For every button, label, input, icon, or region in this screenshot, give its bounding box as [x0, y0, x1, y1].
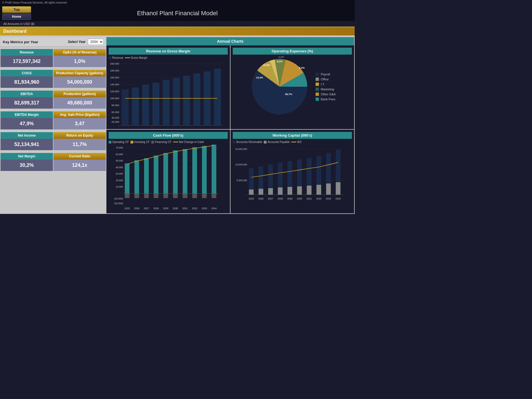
svg-text:10.000.000: 10.000.000 — [235, 163, 247, 166]
metric-label-left-2: EBITDA — [1, 91, 53, 97]
cashflow-legend: Operating CF Investing CF Financing CF N… — [109, 140, 228, 144]
svg-text:-: - — [118, 124, 119, 127]
svg-text:2027: 2027 — [268, 197, 273, 200]
metric-row-2: EBITDA82,699,317Production (gallons)49,6… — [1, 91, 106, 109]
svg-text:60.000: 60.000 — [111, 111, 119, 114]
metrics-title: Key Metrics per Year — [3, 40, 66, 44]
svg-rect-68 — [163, 153, 168, 193]
metric-label-right-1: Production Capacity (gallons) — [53, 70, 106, 76]
top-button[interactable]: Top — [2, 6, 31, 13]
nav-area: Top Home — [0, 5, 33, 21]
working-capital-legend: Accounts Receivable Accounts Payable WC — [233, 140, 352, 144]
metric-label-left-5: Net Margin — [1, 153, 53, 160]
metric-row-0: Revenue172,597,342OpEx (% of Revenue)1,0… — [1, 49, 106, 67]
svg-text:180.000: 180.000 — [110, 69, 119, 72]
gross-margin-legend-label: Gross Margin — [131, 56, 147, 59]
metric-cell-left-2: EBITDA82,699,317 — [1, 91, 53, 109]
svg-rect-125 — [278, 187, 283, 195]
svg-rect-92 — [202, 193, 207, 198]
svg-rect-84 — [125, 193, 129, 198]
metric-value-right-5: 124,1x — [53, 160, 106, 171]
metric-cell-right-4: Return on Equity11,7% — [53, 132, 106, 150]
left-panel: Key Metrics per Year Select Year 2034 20… — [1, 37, 106, 213]
svg-text:2029: 2029 — [287, 197, 293, 200]
metric-value-left-4: 52,134,941 — [1, 139, 53, 150]
svg-rect-26 — [183, 76, 190, 126]
dashboard-banner: Dashboard — [0, 27, 355, 35]
svg-text:2032: 2032 — [192, 207, 197, 210]
working-capital-chart-title: Working Capital (000's) — [233, 132, 352, 139]
metrics-header: Key Metrics per Year Select Year 2034 20… — [1, 37, 106, 47]
metric-cell-right-1: Production Capacity (gallons)54,000,000 — [53, 70, 106, 88]
svg-text:200.000: 200.000 — [110, 62, 119, 65]
spacer-1 — [1, 68, 106, 70]
cashflow-chart-box: Cash Flow (000's) Operating CF Investing… — [106, 130, 230, 213]
svg-text:60.000: 60.000 — [116, 153, 123, 156]
revenue-chart-box: Revenue vs Gross Margin Revenue Gross Ma… — [106, 45, 230, 129]
svg-text:2033: 2033 — [202, 207, 207, 210]
svg-text:2033: 2033 — [326, 197, 331, 200]
spacer-4 — [1, 130, 106, 132]
year-select[interactable]: 2034 2033 2032 2031 2030 2029 2028 2027 … — [88, 39, 104, 45]
svg-text:-: - — [246, 193, 247, 196]
svg-rect-128 — [307, 186, 311, 195]
metric-cell-left-4: Net Income52,134,941 — [1, 132, 53, 150]
svg-text:2030: 2030 — [297, 197, 302, 200]
svg-text:2025: 2025 — [249, 197, 254, 200]
svg-text:2028: 2028 — [278, 197, 283, 200]
svg-text:12,5%: 12,5% — [263, 64, 270, 66]
svg-text:2026: 2026 — [134, 207, 139, 210]
svg-text:2025: 2025 — [124, 207, 130, 210]
svg-rect-73 — [212, 145, 216, 193]
metric-label-left-4: Net Income — [1, 132, 53, 139]
svg-text:3,2%: 3,2% — [278, 56, 284, 58]
metric-row-3: EBITDA Margin47,9%Avg. Sale Price ($/gal… — [1, 111, 106, 129]
svg-rect-123 — [259, 189, 263, 195]
revenue-legend-item: Revenue — [109, 56, 123, 59]
svg-rect-67 — [154, 156, 158, 193]
spacer-3 — [1, 109, 106, 111]
metric-label-left-0: Revenue — [1, 49, 53, 56]
home-button[interactable]: Home — [2, 13, 31, 20]
svg-text:70.000: 70.000 — [116, 146, 123, 149]
marketing-legend: Marketing — [316, 88, 336, 91]
svg-text:50.000: 50.000 — [116, 159, 123, 162]
opex-pie-svg: 56,7% 13,4% 12,5% 6,1% 8,2% 3,2% — [249, 56, 310, 117]
svg-text:8,2%: 8,2% — [299, 66, 305, 69]
svg-text:6,1%: 6,1% — [277, 60, 283, 63]
metric-value-left-0: 172,597,342 — [1, 56, 53, 67]
working-capital-chart-box: Working Capital (000's) Accounts Receiva… — [231, 130, 354, 213]
svg-text:140.000: 140.000 — [110, 83, 119, 86]
svg-rect-69 — [173, 150, 178, 193]
svg-rect-88 — [163, 193, 168, 198]
it-legend: I.T. — [316, 83, 336, 86]
payroll-legend: Payroll — [316, 73, 336, 76]
svg-rect-85 — [134, 193, 139, 198]
metric-value-left-5: 30,2% — [1, 160, 53, 171]
metric-cell-left-3: EBITDA Margin47,9% — [1, 111, 53, 129]
svg-text:2027: 2027 — [144, 207, 149, 210]
svg-text:20.000: 20.000 — [116, 179, 123, 182]
metric-value-right-3: 3,47 — [53, 118, 106, 129]
svg-rect-70 — [183, 149, 187, 193]
svg-rect-93 — [212, 193, 216, 198]
revenue-chart-svg: 200.000 180.000 160.000 140.000 120.000 … — [109, 60, 224, 127]
svg-rect-89 — [173, 193, 178, 198]
revenue-legend: Revenue Gross Margin — [109, 56, 228, 59]
top-bar: © Profit Vision Financial Services. All … — [0, 0, 355, 5]
svg-text:2029: 2029 — [163, 207, 168, 210]
svg-text:100.000: 100.000 — [110, 97, 119, 100]
metric-label-right-3: Avg. Sale Price ($/gallon) — [53, 111, 106, 118]
svg-text:2034: 2034 — [211, 207, 217, 210]
right-panel: Annual Charts Revenue vs Gross Margin Re… — [106, 37, 354, 213]
metric-value-right-2: 49,680,000 — [53, 97, 106, 109]
svg-rect-24 — [163, 80, 170, 126]
spacer-0 — [1, 47, 106, 49]
select-year-label: Select Year — [68, 40, 86, 44]
metric-value-left-2: 82,699,317 — [1, 97, 53, 109]
svg-rect-22 — [142, 85, 149, 126]
svg-text:10.000: 10.000 — [116, 185, 123, 188]
svg-text:2028: 2028 — [154, 207, 159, 210]
svg-rect-131 — [336, 182, 341, 195]
currency-note: All Amounts in USD ($) — [0, 21, 355, 27]
